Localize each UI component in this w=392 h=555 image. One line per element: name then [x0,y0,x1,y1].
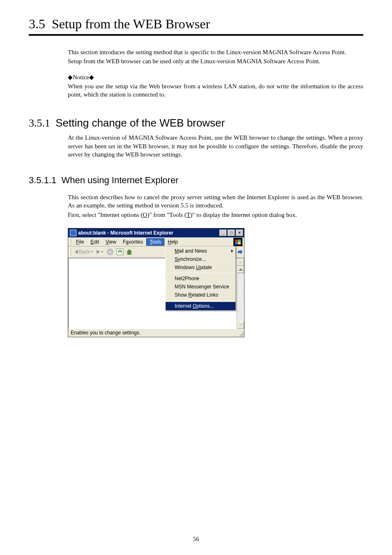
menu-windows-update[interactable]: Windows Update [166,263,235,272]
close-button[interactable]: × [236,230,243,236]
submenu-caret-icon [231,249,233,253]
sub2-p1: This section describes how to cancel the… [68,193,363,210]
refresh-icon [117,249,123,255]
subsection-3-5-1: 3.5.1 Setting change of the WEB browser [29,117,363,129]
subsection-number: 3.5.1 [29,117,50,129]
triangle-down-icon [239,324,243,326]
menu-separator [166,273,235,273]
stop-icon: × [107,249,113,255]
menubar-grip-icon[interactable] [70,238,71,246]
back-label: Back [79,249,90,255]
intro-p2: Setup from the WEB browser can be used o… [68,57,363,65]
menu-edit[interactable]: Edit [87,238,102,246]
menu-file[interactable]: File [73,238,87,246]
section-title: 3.5 Setup from the WEB Browser [29,16,363,36]
ie-statusbar: Enables you to change settings. [68,329,244,337]
tools-dropdown: Mail and News Synchronize... Windows Upd… [165,246,236,311]
scrollbar-track[interactable] [237,273,244,321]
ie-screenshot: about:blank - Microsoft Internet Explore… [68,228,363,337]
notice-label: ◆Notice◆ [68,73,363,81]
menu-mail-and-news[interactable]: Mail and News [166,247,235,255]
notice-text: When you use the setup via the Web brows… [68,82,363,99]
arrow-left-icon [74,250,78,254]
vertical-scrollbar[interactable] [237,258,244,329]
sub1-p1: At the Linux-version of MAGNIA Software … [68,134,363,159]
maximize-button[interactable]: □ [228,230,235,236]
resize-grip-icon[interactable] [238,331,244,336]
subsection-heading-text: Setting change of the WEB browser [55,117,225,129]
go-button[interactable] [236,246,244,258]
ie-title-text: about:blank - Microsoft Internet Explore… [78,230,219,236]
ie-menubar: File Edit View Favorites Tools Help [68,237,244,246]
windows-flag-icon [235,240,241,244]
sub2-body: This section describes how to cancel the… [68,193,363,219]
menu-net2phone[interactable]: Net2Phone [166,274,235,283]
arrow-right-icon [97,250,100,254]
toolbar-grip-icon[interactable] [70,248,71,256]
ie-app-icon [70,230,76,236]
ie-titlebar[interactable]: about:blank - Microsoft Internet Explore… [68,228,244,237]
stop-button[interactable]: × [105,249,115,255]
menu-view[interactable]: View [102,238,120,246]
intro-p1: This section introduces the setting meth… [68,48,363,56]
menu-msn-messenger[interactable]: MSN Messenger Service [166,283,235,291]
go-arrow-icon [238,249,243,254]
section-heading-text: Setup from the WEB Browser [52,16,210,31]
menu-separator [166,300,235,301]
menu-tools[interactable]: Tools [146,238,164,246]
forward-button[interactable] [95,250,105,254]
scroll-down-button[interactable] [237,321,244,329]
ie-toolbar: Back × Mail and News [68,246,244,258]
sub2-p2: First, select "Internet options (O)" fro… [68,211,363,219]
scroll-up-button[interactable] [237,258,244,266]
minimize-button[interactable]: _ [219,230,227,236]
triangle-up-icon [239,268,243,271]
back-button[interactable]: Back [73,249,95,255]
section-number: 3.5 [29,16,45,31]
chevron-down-icon [91,251,93,253]
status-text: Enables you to change settings. [71,330,141,336]
scroll-up-button-2[interactable] [237,266,244,273]
intro-block: This section introduces the setting meth… [68,48,363,99]
home-button[interactable] [125,249,134,255]
page-number: 56 [0,536,392,543]
sub1-body: At the Linux-version of MAGNIA Software … [68,134,363,159]
triangle-up-icon [239,261,243,263]
menu-show-related-links[interactable]: Show Related Links [166,291,235,299]
ie-brand-logo [233,238,242,246]
chevron-down-icon [101,251,104,253]
menu-internet-options[interactable]: Internet Options... [166,302,235,310]
home-icon [127,249,132,255]
menu-synchronize[interactable]: Synchronize... [166,255,235,263]
refresh-button[interactable] [115,249,125,255]
menu-favorites[interactable]: Favorites [120,238,146,246]
subsubsection-heading-text: When using Internet Explorer [62,175,179,185]
ie-window: about:blank - Microsoft Internet Explore… [68,228,244,337]
subsubsection-3-5-1-1: 3.5.1.1 When using Internet Explorer [29,175,363,186]
menu-help[interactable]: Help [164,238,181,246]
subsubsection-number: 3.5.1.1 [29,175,56,185]
